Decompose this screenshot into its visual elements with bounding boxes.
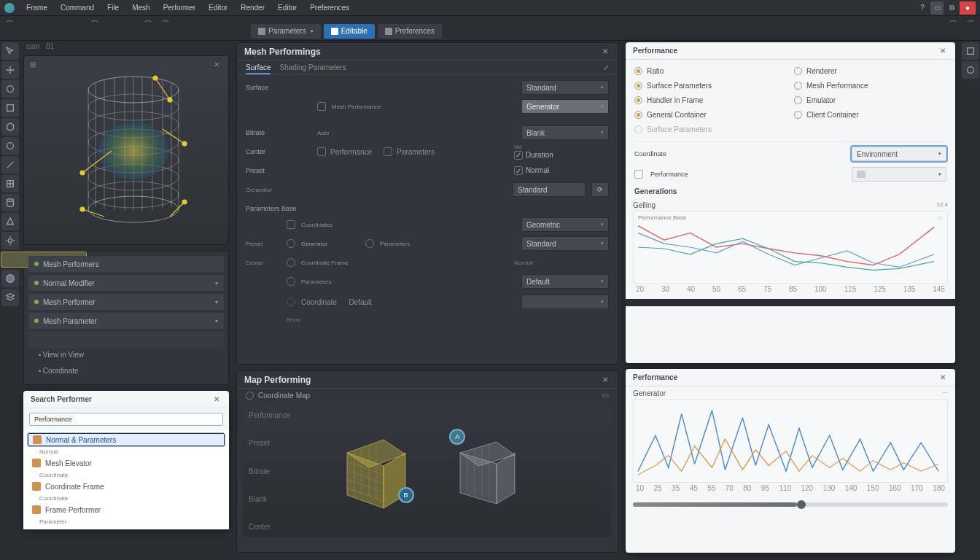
chk-meshperf[interactable] — [317, 102, 326, 111]
mode-editable[interactable]: Editable — [324, 24, 375, 39]
menu-preferences[interactable]: Preferences — [304, 2, 355, 13]
radio-handler[interactable] — [634, 96, 642, 104]
stack-leaf-0[interactable]: • View in View — [28, 351, 224, 364]
map-close-icon[interactable]: ✕ — [600, 376, 610, 384]
help-icon[interactable]: ? — [916, 1, 929, 15]
perf-sel-2[interactable]: ▾ — [852, 167, 946, 182]
chk-duration[interactable]: ✓ — [514, 151, 523, 160]
tool-material[interactable] — [1, 270, 19, 287]
perf2-close-icon[interactable]: ✕ — [938, 373, 948, 381]
chk-normal[interactable]: ✓ — [514, 166, 523, 175]
tool-scale[interactable] — [1, 99, 19, 117]
menu-file[interactable]: File — [101, 2, 125, 13]
radio-meshperf[interactable] — [794, 82, 802, 90]
mode-parameters[interactable]: Parameters▾ — [251, 24, 321, 39]
sel-surface[interactable]: Standard▾ — [521, 80, 609, 95]
svg-point-15 — [98, 122, 168, 180]
scene-toggle-icon[interactable] — [4, 20, 15, 31]
search-result-2[interactable]: Coordinate Frame — [28, 480, 225, 493]
extra-toggle-1[interactable] — [143, 20, 153, 31]
perf-sel-label: Coordinate — [634, 150, 844, 158]
tool-grid[interactable] — [1, 175, 19, 192]
smoother-toggle-icon[interactable] — [90, 20, 100, 31]
search-sub-3: Parameter — [28, 516, 225, 526]
radio-emulator[interactable] — [794, 96, 802, 104]
radio-surfparam[interactable] — [634, 82, 642, 90]
radio-general[interactable] — [634, 111, 642, 119]
panel-icon[interactable]: ▭ — [930, 1, 944, 15]
tab-surface[interactable]: Surface — [246, 63, 271, 74]
sel-standard2[interactable]: Standard▾ — [521, 236, 609, 251]
menu-editor[interactable]: Editor — [203, 2, 233, 13]
radio-client[interactable] — [794, 111, 802, 119]
stack-item-3[interactable]: Mesh Parameter▾ — [28, 313, 224, 329]
sel-blank[interactable]: Blank▾ — [521, 125, 609, 140]
search-input[interactable]: Performance — [29, 413, 223, 426]
vp-corner-tr-icon[interactable]: ✕ — [214, 61, 222, 69]
mesh-cylinder[interactable] — [75, 71, 192, 231]
search-panel: Search Performer✕ Performance Normal & P… — [23, 391, 229, 529]
tab-expand-icon[interactable]: ⤢ — [603, 63, 609, 74]
tool-select[interactable] — [1, 42, 19, 60]
perf-close-icon[interactable]: ✕ — [938, 47, 948, 55]
tool-sphere[interactable] — [1, 137, 19, 155]
menu-editor2[interactable]: Editor — [272, 2, 303, 13]
search-result-0[interactable]: Normal & Parameters — [28, 433, 225, 446]
menu-command[interactable]: Command — [55, 2, 100, 13]
cube-yellow — [325, 424, 420, 518]
tool-cylinder[interactable] — [1, 194, 19, 211]
chart2-title: Generator — [633, 389, 666, 397]
tool-layers[interactable] — [1, 289, 19, 306]
sel-footer[interactable]: ▾ — [521, 295, 609, 309]
map-viewport[interactable]: PerformancePresetBitrateBlankCenter — [243, 405, 612, 537]
radio-renderer[interactable] — [794, 67, 802, 75]
svg-point-3 — [7, 199, 14, 202]
extra-toggle-2[interactable] — [160, 20, 171, 31]
menu-render[interactable]: Render — [235, 2, 271, 13]
sel-default[interactable]: Default▾ — [521, 274, 609, 289]
sel-geometric[interactable]: Geometric▾ — [521, 217, 609, 232]
record-button[interactable]: ● — [960, 1, 976, 15]
rtool-2[interactable] — [962, 61, 979, 79]
perf-sel-env[interactable]: Environment▾ — [852, 147, 946, 161]
tool-cube[interactable] — [1, 118, 19, 136]
menu-mesh[interactable]: Mesh — [126, 2, 155, 13]
search-result-1[interactable]: Mesh Elevator — [28, 456, 225, 470]
tab-shading[interactable]: Shading Parameters — [279, 63, 346, 74]
svg-rect-39 — [968, 48, 974, 55]
svg-rect-1 — [7, 105, 14, 112]
chart-gelling[interactable]: Performance Base ☆ — [633, 211, 948, 284]
menu-performer[interactable]: Performer — [158, 2, 201, 13]
radio-ratio[interactable] — [634, 67, 642, 75]
tool-light[interactable] — [1, 232, 19, 249]
tool-cone[interactable] — [1, 213, 19, 230]
perf-chk[interactable] — [634, 170, 643, 179]
tool-rotate[interactable] — [1, 80, 19, 98]
mode-preferences[interactable]: Preferences — [378, 24, 442, 39]
right-toggle-2[interactable] — [965, 20, 976, 31]
right-toggle-1[interactable] — [948, 20, 958, 31]
timeline-slider[interactable] — [633, 502, 948, 507]
right-dock — [961, 41, 980, 553]
map-performing-panel: Map Performing✕ Coordinate Map S3 Perfor… — [236, 370, 618, 553]
input-standard[interactable]: Standard — [513, 182, 586, 197]
sel-generator[interactable]: Generator▾ — [521, 99, 609, 114]
tool-move[interactable] — [1, 61, 19, 79]
settings-icon[interactable]: ⚙ — [945, 1, 958, 15]
subbar: Scene & Parameters Smoother — [0, 16, 980, 35]
stack-item-1[interactable]: Normal Modifier▾ — [28, 275, 224, 291]
chart-generator[interactable] — [633, 399, 948, 483]
vp-corner-tl-icon[interactable]: ⊞ — [30, 61, 39, 69]
viewport-main[interactable]: ⊞ ✕ — [23, 55, 229, 245]
menu-frame[interactable]: Frame — [20, 2, 53, 13]
stack-leaf-1[interactable]: • Coordinate — [28, 367, 224, 380]
stack-item-2[interactable]: Mesh Performer▾ — [28, 294, 224, 310]
rtool-1[interactable] — [962, 42, 979, 60]
badge-b[interactable]: B — [398, 487, 414, 503]
btn-refresh[interactable]: ⟳ — [591, 182, 609, 197]
mesh-close-icon[interactable]: ✕ — [600, 47, 610, 55]
search-close-icon[interactable]: ✕ — [211, 395, 222, 403]
stack-item-0[interactable]: Mesh Performers — [28, 256, 224, 272]
tool-knife[interactable] — [1, 156, 19, 174]
search-result-3[interactable]: Frame Performer — [28, 503, 225, 516]
